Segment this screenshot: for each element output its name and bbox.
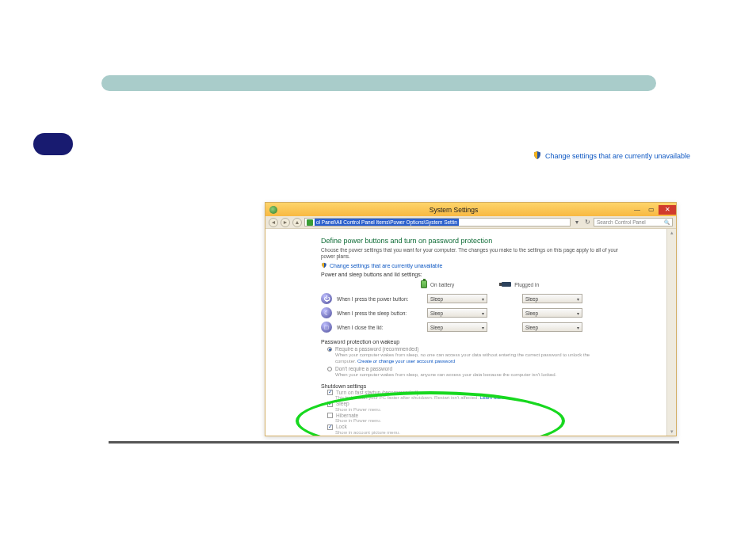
close-lid-row: □ When I close the lid: Sleep Sleep	[321, 320, 676, 334]
learn-more-link[interactable]: Learn More	[480, 395, 505, 400]
vertical-scrollbar[interactable]	[666, 229, 676, 436]
window-title: System Settings	[277, 206, 630, 214]
power-button-battery-select[interactable]: Sleep	[427, 294, 487, 303]
window-app-icon	[269, 206, 277, 214]
close-lid-battery-select[interactable]: Sleep	[427, 322, 487, 332]
plugged-column-label: Plugged in	[514, 282, 539, 287]
system-settings-window: System Settings — ▭ ✕ ◄ ► ▲ ol Panel\All…	[265, 202, 677, 436]
lock-checkbox-row: Lock	[327, 424, 676, 430]
fast-startup-desc: This helps start your PC faster after sh…	[335, 395, 676, 400]
battery-icon	[421, 280, 427, 288]
sleep-checkbox-row: Sleep	[327, 401, 676, 407]
sleep-button-icon: ☾	[321, 307, 332, 318]
search-input[interactable]: Search Control Panel	[594, 218, 673, 227]
battery-column-header: On battery	[421, 280, 454, 288]
window-content: Define power buttons and turn on passwor…	[265, 229, 676, 436]
decorative-teal-bar	[101, 75, 656, 91]
lock-checkbox[interactable]	[327, 424, 333, 430]
power-button-label: When I press the power button:	[337, 296, 422, 302]
maximize-button[interactable]: ▭	[644, 205, 659, 215]
fast-startup-checkbox[interactable]	[327, 390, 333, 395]
require-password-desc: When your computer wakes from sleep, no …	[335, 352, 605, 364]
section-shutdown-heading: Shutdown settings	[321, 383, 676, 389]
require-password-radio-row: Require a password (recommended)	[327, 346, 676, 352]
sleep-checkbox-desc: Show in Power menu.	[335, 407, 676, 412]
dropdown-arrow[interactable]: ▾	[573, 219, 581, 226]
window-titlebar: System Settings — ▭ ✕	[265, 203, 676, 216]
power-button-icon: ⏻	[321, 293, 332, 304]
change-settings-link-mention: Change settings that are currently unava…	[533, 150, 690, 162]
fast-startup-checkbox-row: Turn on fast startup (recommended)	[327, 390, 676, 396]
lock-checkbox-title: Lock	[336, 424, 347, 429]
section-password-heading: Password protection on wakeup	[321, 339, 676, 345]
power-button-row: ⏻ When I press the power button: Sleep S…	[321, 291, 676, 306]
page-title: Define power buttons and turn on passwor…	[321, 237, 676, 245]
dont-require-password-title: Don't require a password	[335, 366, 392, 371]
change-settings-text: Change settings that are currently unava…	[545, 152, 690, 160]
lock-checkbox-desc: Show in account picture menu.	[335, 430, 676, 435]
sleep-checkbox[interactable]	[327, 402, 333, 407]
dont-require-password-radio[interactable]	[327, 367, 332, 371]
forward-button[interactable]: ►	[281, 218, 290, 227]
create-change-password-link[interactable]: Create or change your user account passw…	[357, 359, 455, 364]
section-power-sleep-heading: Power and sleep buttons and lid settings…	[321, 272, 676, 277]
dont-require-password-desc: When your computer wakes from sleep, any…	[335, 372, 605, 379]
dont-require-password-radio-row: Don't require a password	[327, 366, 676, 371]
require-password-radio[interactable]	[327, 347, 332, 352]
sleep-button-label: When I press the sleep button:	[337, 310, 422, 316]
plugged-column-header: Plugged in	[502, 280, 539, 288]
change-settings-link-text: Change settings that are currently unava…	[330, 263, 442, 268]
close-lid-label: When I close the lid:	[337, 325, 422, 330]
decorative-blue-pill	[33, 133, 73, 155]
page-description: Choose the power settings that you want …	[321, 247, 622, 260]
control-panel-icon	[307, 219, 313, 226]
close-button[interactable]: ✕	[659, 205, 676, 215]
power-button-plugged-select[interactable]: Sleep	[522, 294, 582, 303]
close-lid-plugged-select[interactable]: Sleep	[522, 322, 582, 332]
sleep-button-row: ☾ When I press the sleep button: Sleep S…	[321, 306, 676, 320]
decorative-bottom-bar	[109, 441, 679, 444]
battery-column-label: On battery	[430, 282, 454, 287]
sleep-button-battery-select[interactable]: Sleep	[427, 308, 487, 318]
address-toolbar: ◄ ► ▲ ol Panel\All Control Panel Items\P…	[265, 216, 676, 229]
fast-startup-title: Turn on fast startup (recommended)	[336, 390, 418, 395]
address-field[interactable]: ol Panel\All Control Panel Items\Power O…	[304, 218, 571, 227]
address-text: ol Panel\All Control Panel Items\Power O…	[315, 219, 459, 226]
up-button[interactable]: ▲	[292, 218, 302, 227]
hibernate-checkbox-row: Hibernate	[327, 413, 676, 419]
shield-icon	[321, 262, 327, 269]
sleep-button-plugged-select[interactable]: Sleep	[522, 308, 582, 318]
sleep-checkbox-title: Sleep	[336, 401, 349, 406]
shield-icon	[533, 150, 542, 162]
plug-icon	[502, 282, 511, 287]
back-button[interactable]: ◄	[269, 218, 278, 227]
require-password-title: Require a password (recommended)	[335, 346, 419, 352]
minimize-button[interactable]: —	[630, 205, 644, 215]
search-placeholder: Search Control Panel	[597, 219, 646, 225]
change-settings-link[interactable]: Change settings that are currently unava…	[321, 262, 442, 269]
hibernate-checkbox[interactable]	[327, 413, 333, 418]
refresh-button[interactable]: ↻	[583, 219, 591, 226]
hibernate-checkbox-title: Hibernate	[336, 413, 358, 418]
close-lid-icon: □	[321, 322, 332, 333]
hibernate-checkbox-desc: Show in Power menu.	[335, 418, 676, 423]
